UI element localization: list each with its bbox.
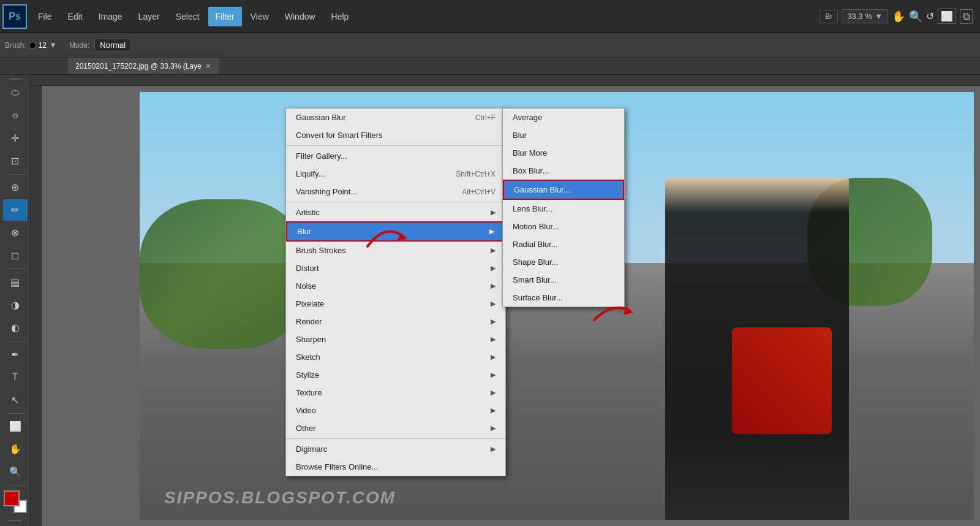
zoom-tool[interactable]: 🔍 [3, 461, 28, 482]
menu-distort[interactable]: Distort ▶ [286, 259, 505, 277]
blur-average[interactable]: Average [503, 109, 624, 126]
zoom-dropdown-icon[interactable]: ▼ [875, 12, 883, 21]
menu-edit[interactable]: Edit [61, 7, 90, 26]
blur-motion[interactable]: Motion Blur... [503, 218, 624, 235]
stylize-arrow: ▶ [491, 371, 496, 379]
artistic-label: Artistic [296, 208, 320, 217]
blur-more[interactable]: Blur More [503, 144, 624, 162]
blur-blur[interactable]: Blur [503, 126, 624, 144]
menu-sharpen[interactable]: Sharpen ▶ [286, 330, 505, 348]
ps-logo: Ps [2, 4, 27, 29]
menu-filter[interactable]: Filter [208, 7, 242, 26]
blur-submenu: Average Blur Blur More Box Blur... Gauss… [502, 108, 625, 307]
menu-other[interactable]: Other ▶ [286, 419, 505, 437]
menu-select[interactable]: Select [168, 7, 207, 26]
hand-tool[interactable]: ✋ [3, 438, 28, 460]
options-bar: Brush: 12 ▼ Mode: Normal [0, 33, 980, 58]
arrange-icon[interactable]: ⧉ [960, 9, 973, 24]
toolbar-right: Br 33.3 % ▼ ✋ 🔍 ↺ ⬜ ⧉ [820, 9, 973, 24]
menu-liquify[interactable]: Liquify... Shift+Ctrl+X [286, 165, 505, 183]
bridge-button[interactable]: Br [820, 10, 838, 23]
texture-arrow: ▶ [491, 389, 496, 397]
sketch-arrow: ▶ [491, 353, 496, 361]
menu-brush-strokes[interactable]: Brush Strokes ▶ [286, 242, 505, 259]
menu-stylize[interactable]: Stylize ▶ [286, 366, 505, 384]
tab-close-button[interactable]: ✕ [205, 62, 211, 71]
ruler-left [31, 86, 42, 526]
blur-radial[interactable]: Radial Blur... [503, 235, 624, 253]
artistic-arrow: ▶ [491, 208, 496, 216]
menu-file[interactable]: File [31, 7, 59, 26]
tab-bar: 20150201_175202.jpg @ 33.3% (Laye ✕ [0, 58, 980, 75]
menu-vanishing-point[interactable]: Vanishing Point... Alt+Ctrl+V [286, 183, 505, 200]
menu-view[interactable]: View [243, 7, 276, 26]
ruler-top [31, 75, 980, 86]
dodge-tool[interactable]: ◐ [3, 317, 28, 338]
clone-tool[interactable]: ⊗ [3, 222, 28, 243]
vanishing-point-label: Vanishing Point... [296, 187, 357, 196]
separator-2 [286, 202, 505, 202]
menu-render[interactable]: Render ▶ [286, 313, 505, 330]
texture-label: Texture [296, 388, 322, 397]
menu-browse-filters[interactable]: Browse Filters Online... [286, 458, 505, 476]
menu-window[interactable]: Window [277, 7, 323, 26]
separator-1 [286, 145, 505, 146]
brush-dropdown-icon[interactable]: ▼ [49, 40, 57, 50]
menu-bar: Ps File Edit Image Layer Select Filter V… [0, 0, 980, 33]
canvas-area: SIPPOS.BLOGSPOT.COM Gaussian Blur Ctrl+F… [31, 75, 980, 526]
foreground-color[interactable] [4, 490, 20, 506]
menu-video[interactable]: Video ▶ [286, 402, 505, 419]
gaussian-blur-shortcut-key: Ctrl+F [475, 113, 496, 122]
rotate-tool-icon[interactable]: ↺ [926, 10, 934, 22]
brush-tool[interactable]: ✏ [3, 199, 28, 221]
blur-box[interactable]: Box Blur... [503, 162, 624, 180]
blur-label: Blur [297, 227, 311, 236]
menu-filter-gallery[interactable]: Filter Gallery... [286, 147, 505, 165]
menu-texture[interactable]: Texture ▶ [286, 384, 505, 402]
menu-blur[interactable]: Blur ▶ [286, 221, 505, 242]
mode-selector[interactable]: Normal [94, 39, 131, 51]
text-tool[interactable]: T [3, 367, 28, 388]
blur-surface[interactable]: Surface Blur... [503, 289, 624, 307]
blur-tool[interactable]: ◑ [3, 294, 28, 316]
eraser-tool[interactable]: ◻ [3, 245, 28, 266]
blur-shape[interactable]: Shape Blur... [503, 253, 624, 271]
mode-label: Mode: [69, 41, 89, 50]
menu-digimarc[interactable]: Digimarc ▶ [286, 440, 505, 458]
liquify-label: Liquify... [296, 169, 325, 178]
crop-tool[interactable]: ⊡ [3, 150, 28, 172]
menu-pixelate[interactable]: Pixelate ▶ [286, 295, 505, 313]
pen-tool[interactable]: ✒ [3, 344, 28, 365]
zoom-tool-icon[interactable]: 🔍 [909, 10, 922, 23]
render-label: Render [296, 317, 322, 326]
document-tab[interactable]: 20150201_175202.jpg @ 33.3% (Laye ✕ [67, 58, 219, 74]
menu-convert-smart[interactable]: Convert for Smart Filters [286, 126, 505, 144]
marquee-tool[interactable]: ⬭ [3, 82, 28, 104]
move-tool[interactable]: ✛ [3, 128, 28, 149]
blur-smart[interactable]: Smart Blur... [503, 271, 624, 289]
healing-tool[interactable]: ⊕ [3, 177, 28, 199]
menu-help[interactable]: Help [324, 7, 356, 26]
lasso-tool[interactable]: ⌾ [3, 105, 28, 126]
blur-lens[interactable]: Lens Blur... [503, 200, 624, 218]
menu-artistic[interactable]: Artistic ▶ [286, 204, 505, 221]
shape-tool[interactable]: ⬜ [3, 416, 28, 438]
color-swatches[interactable] [4, 490, 27, 513]
zoom-control[interactable]: 33.3 % ▼ [842, 9, 888, 23]
menu-sketch[interactable]: Sketch ▶ [286, 348, 505, 366]
brush-size: 12 [39, 41, 47, 50]
menu-image[interactable]: Image [91, 7, 130, 26]
gradient-tool[interactable]: ▤ [3, 272, 28, 293]
menu-layer[interactable]: Layer [131, 7, 167, 26]
menu-gaussian-blur-shortcut[interactable]: Gaussian Blur Ctrl+F [286, 109, 505, 126]
hand-tool-icon[interactable]: ✋ [892, 10, 905, 23]
screen-mode-icon[interactable]: ⬜ [938, 9, 956, 24]
video-label: Video [296, 406, 316, 415]
distort-label: Distort [296, 264, 319, 273]
brush-preview[interactable] [29, 42, 36, 49]
blur-gaussian[interactable]: Gaussian Blur... [503, 180, 624, 200]
path-selection-tool[interactable]: ↖ [3, 389, 28, 411]
brush-strokes-label: Brush Strokes [296, 246, 346, 255]
browse-filters-label: Browse Filters Online... [296, 462, 378, 471]
menu-noise[interactable]: Noise ▶ [286, 277, 505, 295]
